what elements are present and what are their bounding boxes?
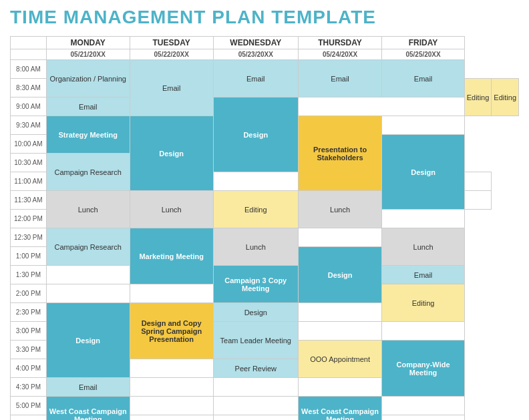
- cell-wed-team-leader: Team Leader Meeting: [213, 322, 298, 359]
- time-430: 4:30 PM: [11, 378, 47, 397]
- cell-fri-editing-200: Editing: [382, 284, 464, 322]
- time-830: 8:30 AM: [11, 79, 47, 97]
- cell-wed-peer-review: Peer Review: [213, 359, 298, 378]
- header-date-thu: 05/24/20XX: [298, 49, 382, 60]
- table-row: 8:00 AM Organization / Planning Email Em…: [11, 60, 519, 79]
- header-thursday: THURSDAY: [298, 37, 382, 49]
- time-800: 8:00 AM: [11, 60, 47, 79]
- time-330: 3:30 PM: [11, 341, 47, 359]
- cell-mon-campaign-research-1030: Campaign Research: [46, 154, 130, 191]
- cell-mon-campaign-research-1230: Campaign Research: [46, 228, 130, 266]
- header-date-blank: [11, 49, 47, 60]
- cell-fri-empty-930: [382, 116, 464, 135]
- time-1200: 12:00 PM: [11, 210, 47, 228]
- time-930: 9:30 AM: [11, 116, 47, 135]
- cell-thu-empty-1100: [464, 172, 492, 191]
- schedule-grid: MONDAY TUESDAY WEDNESDAY THURSDAY FRIDAY…: [10, 36, 519, 420]
- cell-tue-design-930: Design: [130, 116, 213, 191]
- time-230: 2:30 PM: [11, 303, 47, 322]
- time-300: 3:00 PM: [11, 322, 47, 341]
- cell-mon-empty-130: [46, 266, 130, 284]
- cell-thu-empty-430: [213, 378, 298, 397]
- header-date-wed: 05/23/20XX: [213, 49, 298, 60]
- time-100: 1:00 PM: [11, 247, 47, 266]
- time-530: 5:30 PM: [11, 415, 47, 421]
- cell-wed-lunch-1230: Lunch: [213, 228, 298, 266]
- cell-wed-empty-500: [213, 397, 298, 415]
- cell-tue-marketing-meeting: Marketing Meeting: [130, 228, 213, 284]
- cell-wed-editing-1130: Editing: [213, 191, 298, 228]
- table-row: 9:00 AM Email Design: [11, 97, 519, 116]
- cell-thu-email-800: Email: [298, 60, 382, 97]
- time-1030: 10:30 AM: [11, 154, 47, 172]
- cell-wed-empty-1100: [213, 172, 298, 191]
- cell-fri-lunch-1230: Lunch: [382, 228, 464, 266]
- cell-fri-design-1000: Design: [382, 135, 464, 210]
- cell-tue-design-copy-spring: Design and Copy Spring Campaign Presenta…: [130, 303, 213, 359]
- cell-fri-email-130: Email: [382, 266, 464, 284]
- cell-fri-empty-300: [382, 322, 464, 341]
- cell-wed-design-230: Design: [213, 303, 298, 322]
- cell-mon-design-230: Design: [46, 303, 130, 378]
- cell-mon-lunch-1130: Lunch: [46, 191, 130, 228]
- cell-wed-campaign3-copy: Campaign 3 Copy Meeting: [213, 266, 298, 303]
- cell-fri-empty-500: [382, 397, 464, 415]
- cell-wed-empty-430: [130, 378, 213, 397]
- cell-fri-empty-1130: [464, 191, 492, 210]
- table-row: 5:00 PM West Coast Campaign Meeting West…: [11, 397, 519, 415]
- cell-fri-empty-530: [382, 415, 464, 421]
- cell-tue-lunch-1130: Lunch: [130, 191, 213, 228]
- cell-tue-empty-400: [130, 359, 213, 378]
- cell-mon-west-coast-500: West Coast Campaign Meeting: [46, 397, 130, 421]
- header-monday: MONDAY: [46, 37, 130, 49]
- table-row: 12:30 PM Campaign Research Marketing Mee…: [11, 228, 519, 247]
- time-1000: 10:00 AM: [11, 135, 47, 154]
- cell-tue-empty-200: [130, 284, 213, 303]
- cell-thu-empty-1230: [298, 228, 382, 247]
- cell-mon-email-900: Email: [46, 97, 130, 116]
- header-date-tue: 05/22/20XX: [130, 49, 213, 60]
- time-130: 1:30 PM: [11, 266, 47, 284]
- cell-wed-empty-530: [213, 415, 298, 421]
- time-1130: 11:30 AM: [11, 191, 47, 210]
- cell-wed-design-900: Design: [213, 97, 298, 172]
- time-900: 9:00 AM: [11, 97, 47, 116]
- time-500: 5:00 PM: [11, 397, 47, 415]
- table-row: 1:30 PM Campaign 3 Copy Meeting Email: [11, 266, 519, 284]
- cell-fri-editing-830: Editing: [492, 79, 519, 116]
- cell-tue-empty-530: [130, 415, 213, 421]
- cell-tue-empty-500: [130, 397, 213, 415]
- page-title: TIME MANAGEMENT PLAN TEMPLATE: [10, 7, 519, 28]
- cell-fri-company-wide: Company-Wide Meeting: [382, 341, 464, 397]
- time-400: 4:00 PM: [11, 359, 47, 378]
- header-friday: FRIDAY: [382, 37, 464, 49]
- cell-mon-strategy: Strategy Meeting: [46, 116, 130, 154]
- cell-thu-lunch-1130: Lunch: [298, 191, 382, 228]
- cell-fri-email-800: Email: [382, 60, 464, 97]
- cell-wed-email-800: Email: [213, 60, 298, 97]
- cell-thu-ooo: OOO Appointment: [298, 341, 382, 378]
- cell-mon-empty-200: [46, 284, 130, 303]
- cell-thu-presentation: Presentation to Stakeholders: [298, 116, 382, 191]
- cell-thu-empty-300: [298, 322, 382, 341]
- header-date-fri: 05/25/20XX: [382, 49, 464, 60]
- time-1100: 11:00 AM: [11, 172, 47, 191]
- cell-tue-email-800: Email: [130, 60, 213, 116]
- cell-thu-west-coast-500: West Coast Campaign Meeting: [298, 397, 382, 421]
- cell-thu-empty-230: [298, 303, 382, 322]
- header-time: [11, 37, 47, 49]
- cell-fri-empty-1200: [382, 210, 464, 228]
- cell-tue-email-430: Email: [46, 378, 130, 397]
- cell-thu-design-100: Design: [298, 247, 382, 303]
- header-tuesday: TUESDAY: [130, 37, 213, 49]
- time-1230: 12:30 PM: [11, 228, 47, 247]
- cell-thu-editing-830: Editing: [464, 79, 492, 116]
- header-date-mon: 05/21/20XX: [46, 49, 130, 60]
- header-wednesday: WEDNESDAY: [213, 37, 298, 49]
- time-200: 2:00 PM: [11, 284, 47, 303]
- cell-org-planning: Organization / Planning: [46, 60, 130, 97]
